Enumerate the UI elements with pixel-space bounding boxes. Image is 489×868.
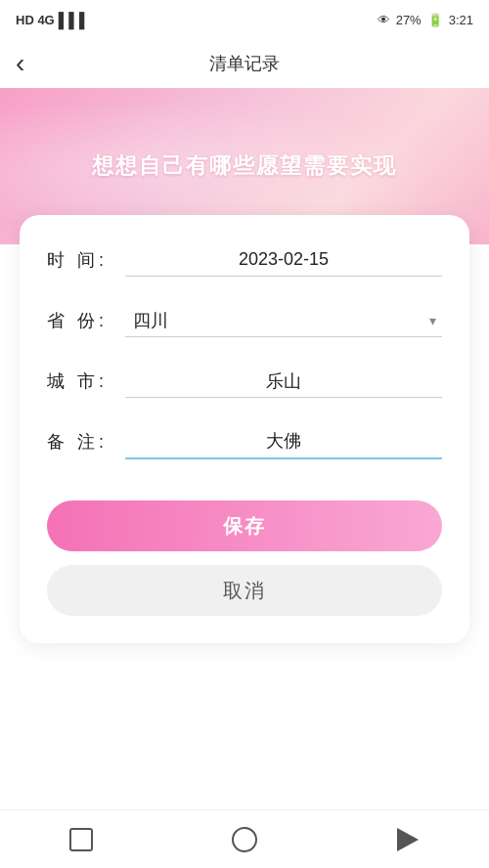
time-display: 3:21	[449, 13, 473, 27]
status-right: 👁 27% 🔋 3:21	[378, 13, 473, 27]
province-dropdown-wrapper[interactable]: 四川 北京 上海 广东 ▾	[125, 305, 442, 337]
province-select[interactable]: 四川 北京 上海 广东	[125, 305, 442, 336]
province-row: 省 份: 四川 北京 上海 广东 ▾	[47, 299, 442, 342]
nav-circle-button[interactable]	[227, 822, 262, 857]
nav-back-button[interactable]	[390, 822, 425, 857]
time-row: 时 间:	[47, 239, 442, 282]
save-button[interactable]: 保存	[47, 500, 442, 551]
hd-label: HD 4G	[16, 13, 55, 27]
circle-icon	[232, 827, 257, 852]
province-label: 省 份:	[47, 309, 125, 332]
page-title: 清单记录	[209, 52, 280, 75]
back-button[interactable]: ‹	[16, 48, 24, 79]
cancel-button[interactable]: 取消	[47, 565, 442, 616]
form-card: 时 间: 省 份: 四川 北京 上海 广东 ▾ 城 市: 备 注: 保存 取消	[20, 215, 469, 643]
header: ‹ 清单记录	[0, 39, 489, 88]
time-input[interactable]	[125, 243, 442, 277]
city-row: 城 市:	[47, 360, 442, 403]
nav-square-button[interactable]	[64, 822, 99, 857]
time-label: 时 间:	[47, 248, 125, 272]
note-label: 备 注:	[47, 430, 125, 454]
triangle-icon	[397, 828, 419, 851]
city-input[interactable]	[125, 365, 442, 398]
signal-icon: ▌▌▌	[59, 12, 90, 28]
eye-icon: 👁	[378, 13, 390, 27]
note-row: 备 注:	[47, 420, 442, 463]
note-input[interactable]	[125, 425, 442, 459]
back-icon: ‹	[16, 48, 24, 78]
status-left: HD 4G ▌▌▌	[16, 12, 90, 28]
battery-icon: 🔋	[427, 13, 443, 27]
nav-bar	[0, 809, 489, 868]
battery-percent: 27%	[396, 13, 422, 27]
square-icon	[69, 828, 93, 851]
banner-text: 想想自己有哪些愿望需要实现	[92, 152, 397, 181]
city-label: 城 市:	[47, 369, 125, 393]
status-bar: HD 4G ▌▌▌ 👁 27% 🔋 3:21	[0, 0, 489, 39]
